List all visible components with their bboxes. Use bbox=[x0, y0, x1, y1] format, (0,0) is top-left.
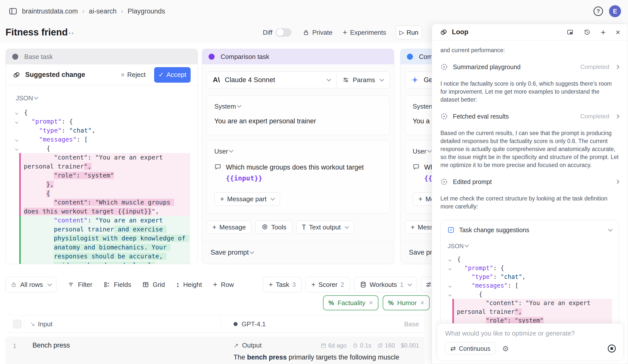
reject-button[interactable]: × Reject bbox=[121, 71, 146, 79]
base-code-editor[interactable]: JSON { "prompt": { "type": "chat", "mess… bbox=[6, 85, 198, 264]
close-icon[interactable]: × bbox=[616, 29, 620, 36]
row-latency: 0.1s bbox=[360, 342, 371, 349]
message-label: Message bbox=[219, 223, 246, 231]
scorer-chip-label: Humor bbox=[397, 299, 417, 307]
run-button[interactable]: ▷ Run bbox=[396, 25, 422, 39]
loop-panel: Loop + × and current performance:Summari… bbox=[432, 24, 628, 364]
continuous-mode-button[interactable]: ⇄ Continuous bbox=[445, 342, 496, 355]
scorer-chip-factuality[interactable]: % Factuality × bbox=[323, 295, 378, 310]
private-button[interactable]: Private bbox=[303, 22, 332, 42]
arrow-down-right-icon: ↘ bbox=[30, 321, 35, 328]
collapse-chevron-icon[interactable] bbox=[447, 257, 453, 263]
ellipsis-menu-icon[interactable]: ⋯ bbox=[65, 28, 74, 38]
comparison-task-2-dot-icon bbox=[407, 54, 413, 60]
row-output-text[interactable]: The bench press primarily targets the fo… bbox=[234, 352, 421, 364]
message-part-button[interactable]: + Message part bbox=[214, 192, 280, 206]
model-select[interactable]: A\ Claude 4 Sonnet bbox=[207, 72, 337, 88]
collapse-chevron-icon[interactable] bbox=[447, 266, 453, 272]
gear-icon[interactable]: ⚙ bbox=[502, 344, 509, 353]
system-message-text[interactable]: You are an expert personal trainer bbox=[214, 117, 382, 125]
row-input-value[interactable]: Bench press bbox=[32, 342, 70, 349]
new-session-icon[interactable]: + bbox=[601, 29, 606, 36]
model-name-2: Ge bbox=[424, 76, 433, 84]
code-line-removed: "role": "system" bbox=[19, 171, 190, 180]
accept-button[interactable]: ✓ Accept bbox=[154, 67, 191, 83]
avatar[interactable]: E bbox=[609, 5, 621, 17]
all-rows-filter-button[interactable]: All rows bbox=[5, 277, 56, 292]
user-role-select[interactable]: User bbox=[214, 148, 382, 155]
lock-icon bbox=[303, 29, 309, 36]
loop-step[interactable]: Summarized playgroundCompleted bbox=[440, 63, 619, 71]
remove-icon[interactable]: × bbox=[369, 299, 373, 307]
plus-icon: + bbox=[269, 281, 273, 289]
loop-panel-header: Loop + × bbox=[432, 24, 628, 40]
filter-button[interactable]: Filter bbox=[67, 281, 92, 289]
results-table-header: ↘ Input GPT-4.1 Base bbox=[5, 315, 425, 333]
add-row-button[interactable]: + Row bbox=[213, 280, 234, 289]
popout-icon[interactable] bbox=[567, 29, 574, 36]
help-icon[interactable]: ? bbox=[594, 6, 603, 16]
row-output-header[interactable]: ↗ Output bbox=[234, 342, 262, 349]
column-header-input[interactable]: ↘ Input bbox=[30, 315, 52, 333]
remove-icon[interactable]: × bbox=[420, 299, 424, 307]
code-line-removed: "content": "You are an expert personal t… bbox=[452, 299, 612, 316]
step-status-icon bbox=[440, 63, 448, 71]
user-message-card[interactable]: User Which muscle groups does this worko… bbox=[207, 140, 390, 213]
format-select[interactable]: JSON bbox=[6, 85, 198, 108]
table-row[interactable]: 1 Bench press ↗ Output 6d ago 0.1s 160 $… bbox=[5, 337, 425, 364]
loop-step[interactable]: Fetched eval resultsCompleted bbox=[440, 113, 619, 120]
add-task-button[interactable]: + Task 3 bbox=[263, 277, 302, 292]
loop-assistant-text: Based on the current results, I can see … bbox=[440, 129, 619, 169]
grid-button[interactable]: Grid bbox=[142, 281, 165, 289]
user-message-text[interactable]: Which muscle groups does this workout ta… bbox=[226, 162, 382, 184]
dataset-button[interactable]: Workouts 1 bbox=[354, 277, 417, 292]
format-select[interactable]: JSON bbox=[447, 234, 612, 255]
params-button[interactable]: Params bbox=[337, 72, 390, 88]
code-line: "type": "chat", bbox=[14, 126, 190, 135]
tools-button[interactable]: Tools bbox=[256, 220, 292, 234]
plus-icon: + bbox=[411, 223, 415, 231]
collapse-chevron-icon[interactable] bbox=[14, 119, 20, 125]
system-role-select[interactable]: System bbox=[214, 103, 382, 110]
breadcrumb-org[interactable]: braintrustdata.com bbox=[22, 7, 78, 15]
task-label: Task bbox=[276, 281, 289, 289]
code-line: "type": "chat", bbox=[447, 273, 612, 281]
history-icon[interactable] bbox=[584, 29, 591, 36]
accept-label: Accept bbox=[166, 71, 186, 79]
loop-step[interactable]: Edited prompt bbox=[440, 178, 619, 185]
loop-icon bbox=[13, 71, 20, 79]
save-prompt-button[interactable]: Save prompt bbox=[202, 241, 394, 264]
collapse-chevron-icon[interactable] bbox=[14, 146, 20, 152]
task-change-suggestions-card[interactable]: Task change suggestions JSON { "prompt":… bbox=[440, 220, 619, 333]
code-line: "messages": [ bbox=[14, 135, 190, 144]
breadcrumb-project[interactable]: ai-search bbox=[89, 7, 117, 15]
collapse-chevron-icon[interactable] bbox=[447, 283, 453, 289]
add-message-button[interactable]: + Message bbox=[207, 220, 252, 234]
chevron-down-icon bbox=[427, 148, 432, 153]
row-age: 6d ago bbox=[328, 342, 346, 349]
all-rows-label: All rows bbox=[20, 281, 43, 289]
comparison-task-header: Comparison task bbox=[202, 49, 394, 64]
collapse-chevron-icon[interactable] bbox=[14, 110, 20, 116]
scorer-chip-humor[interactable]: % Humor × bbox=[383, 295, 430, 310]
select-all-checkbox[interactable] bbox=[13, 320, 21, 328]
stop-icon[interactable] bbox=[607, 344, 617, 353]
column-header-model[interactable]: GPT-4.1 bbox=[234, 315, 266, 333]
system-message-card[interactable]: System You are an expert personal traine… bbox=[207, 95, 390, 135]
experiments-button[interactable]: + Experiments bbox=[343, 22, 386, 42]
loop-prompt-input[interactable] bbox=[445, 330, 617, 337]
add-scorer-button[interactable]: + Scorer 2 bbox=[306, 277, 350, 292]
step-label: Summarized playground bbox=[453, 63, 521, 71]
diff-toggle[interactable] bbox=[276, 28, 292, 37]
text-output-button[interactable]: T Text output bbox=[296, 220, 354, 234]
height-button[interactable]: ↕ Height bbox=[176, 280, 202, 289]
plus-icon: + bbox=[220, 195, 224, 203]
loop-conversation: and current performance:Summarized playg… bbox=[432, 41, 628, 364]
collapse-chevron-icon[interactable] bbox=[14, 137, 20, 143]
fields-button[interactable]: Fields bbox=[103, 281, 131, 289]
diff-label: Diff bbox=[263, 29, 273, 36]
sidebar-toggle-icon[interactable] bbox=[8, 7, 17, 16]
breadcrumb-section[interactable]: Playgrounds bbox=[128, 7, 165, 15]
arrow-up-right-icon: ↗ bbox=[234, 342, 239, 349]
collapse-chevron-icon[interactable] bbox=[447, 292, 453, 298]
